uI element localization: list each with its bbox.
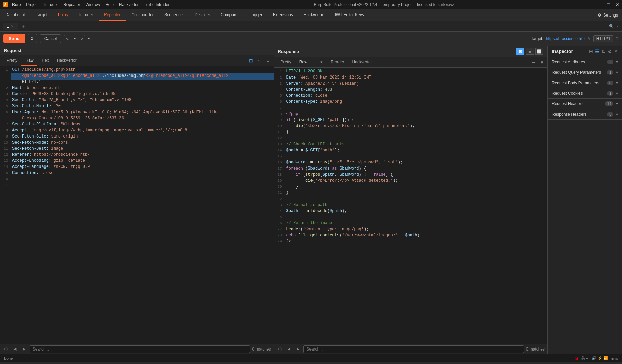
titlebar: S Burp Project Intruder Repeater Window … [0, 0, 622, 9]
nav-tab-collaborator[interactable]: Collaborator [126, 9, 159, 21]
code-line: 15 Connection: close [0, 171, 274, 177]
inspector-section-header-cookies[interactable]: Request Cookies 1 ▾ [548, 88, 622, 98]
repeater-tab-1[interactable]: 1 ✕ [3, 23, 18, 30]
maximize-button[interactable]: □ [607, 2, 610, 7]
request-tab-hackvertor[interactable]: Hackvertor [53, 55, 81, 66]
code-line: 1 HTTP/1.1 200 OK [274, 69, 548, 75]
response-search-next-icon[interactable]: ► [294, 346, 301, 352]
request-tab-raw[interactable]: Raw [21, 55, 37, 66]
request-menu-icon[interactable]: ≡ [265, 57, 271, 64]
inspector-section-header-request-attributes[interactable]: Request Attributes 2 ▾ [548, 57, 622, 67]
send-options-button[interactable]: ⚙ [28, 34, 37, 43]
prev-button[interactable]: < [64, 35, 71, 42]
menu-window[interactable]: Window [85, 2, 100, 7]
menu-turbo-intruder[interactable]: Turbo Intruder [144, 2, 170, 7]
chevron-down-icon: ▾ [616, 70, 618, 75]
minimize-button[interactable]: ─ [598, 2, 602, 7]
request-view-pretty-icon[interactable]: ⊞ [248, 57, 254, 64]
inspector-section-header-query-params[interactable]: Request Query Parameters 1 ▾ [548, 67, 622, 78]
close-button[interactable]: ✕ [615, 2, 619, 7]
send-button[interactable]: Send [3, 34, 25, 43]
nav-tab-target[interactable]: Target [31, 9, 53, 21]
nav-tab-extensions[interactable]: Extensions [268, 9, 298, 21]
tab-close-icon[interactable]: ✕ [11, 24, 14, 28]
response-tab-hex[interactable]: Hex [312, 57, 327, 67]
response-view-btn-1[interactable]: ⊞ [516, 48, 524, 55]
next-dropdown-button[interactable]: ▾ [86, 35, 92, 42]
response-menu-icon[interactable]: ≡ [539, 59, 545, 66]
nav-tab-logger[interactable]: Logger [244, 9, 268, 21]
titlebar-left: S Burp Project Intruder Repeater Window … [3, 2, 169, 7]
response-search-input[interactable] [303, 345, 524, 353]
inspector-section-response-headers: Response Headers 5 ▾ [548, 109, 622, 120]
request-search-prev-icon[interactable]: ◄ [11, 346, 19, 352]
help-icon[interactable]: ? [616, 36, 619, 41]
add-tab-button[interactable]: + [19, 22, 27, 30]
code-line: 3 Server: Apache/2.4.54 (Debian) [274, 81, 548, 87]
request-code-area[interactable]: 1 GET /includes/img.php?path= <@urlencod… [0, 66, 274, 344]
inspector-section-title: Response Headers [552, 112, 607, 117]
response-tab-raw[interactable]: Raw [295, 57, 312, 67]
nav-tab-jwt-editor[interactable]: JWT Editor Keys [329, 9, 370, 21]
inspector-list-icon[interactable]: ☰ [595, 49, 599, 54]
inspector-header-icons: ⊞ ☰ ⇅ ⚙ ✕ [589, 49, 618, 54]
nav-tab-repeater[interactable]: Repeater [99, 9, 126, 21]
nav-tab-dashboard[interactable]: Dashboard [0, 9, 31, 21]
inspector-panel: Inspector ⊞ ☰ ⇅ ⚙ ✕ Request Attributes 2… [548, 46, 622, 354]
request-tab-pretty[interactable]: Pretty [3, 55, 21, 66]
inspector-section-count: 0 [607, 81, 613, 85]
request-wrap-icon[interactable]: ↵ [256, 57, 263, 64]
response-view-btn-2[interactable]: ☰ [526, 48, 534, 55]
inspector-sort-icon[interactable]: ⇅ [601, 49, 605, 54]
nav-tab-sequencer[interactable]: Sequencer [159, 9, 189, 21]
request-tab-hex[interactable]: Hex [37, 55, 53, 66]
response-tab-hackvertor[interactable]: Hackvertor [348, 57, 376, 67]
menu-burp[interactable]: Burp [12, 2, 21, 7]
request-search-input[interactable] [30, 345, 250, 353]
code-line: 21 } [274, 190, 548, 196]
inspector-section-header-request-headers[interactable]: Request Headers 14 ▾ [548, 99, 622, 109]
response-tab-render[interactable]: Render [327, 57, 348, 67]
response-tab-pretty[interactable]: Pretty [277, 57, 295, 67]
inspector-section-header-response-headers[interactable]: Response Headers 5 ▾ [548, 109, 622, 119]
code-line: 1 GET /includes/img.php?path= [0, 67, 274, 73]
inspector-section-header-body-params[interactable]: Request Body Parameters 0 ▾ [548, 78, 622, 88]
target-url[interactable]: https://broscience.htb [546, 36, 585, 41]
edit-target-icon[interactable]: ✎ [587, 36, 591, 41]
chevron-down-icon: ▾ [616, 101, 618, 106]
request-search-bar: ⚙ ◄ ► 0 matches [0, 344, 274, 354]
response-search-prev-icon[interactable]: ◄ [286, 346, 293, 352]
http-version-badge[interactable]: HTTP/1 [593, 35, 613, 42]
menu-intruder[interactable]: Intruder [44, 2, 58, 7]
more-icon[interactable]: ⋮ [615, 24, 619, 29]
response-code-area[interactable]: 1 HTTP/1.1 200 OK 2 Date: Wed, 08 Mar 20… [274, 68, 548, 344]
code-line: 8 <?php [274, 112, 548, 118]
response-wrap-icon[interactable]: ↵ [531, 59, 537, 66]
nav-tab-decoder[interactable]: Decoder [189, 9, 215, 21]
history-nav: < ▾ > ▾ [64, 35, 92, 42]
nav-tab-comparer[interactable]: Comparer [215, 9, 244, 21]
settings-button[interactable]: ⚙ Settings [594, 9, 622, 21]
cancel-button[interactable]: Cancel [40, 34, 61, 43]
nav-tab-intruder[interactable]: Intruder [74, 9, 99, 21]
next-button[interactable]: > [79, 35, 85, 42]
inspector-close-icon[interactable]: ✕ [614, 49, 618, 54]
request-search-next-icon[interactable]: ► [21, 346, 28, 352]
code-line: Gecko) Chrome/108.0.5359.125 Safari/537.… [0, 116, 274, 122]
menu-project[interactable]: Project [26, 2, 38, 7]
window-controls: ─ □ ✕ [598, 2, 619, 7]
inspector-settings-icon[interactable]: ⚙ [607, 49, 612, 54]
menu-repeater[interactable]: Repeater [63, 2, 80, 7]
inspector-grid-icon[interactable]: ⊞ [589, 49, 593, 54]
system-tray: S 英 ♦ ↓ 🔊 ⚡ 📶 niilis [575, 356, 618, 361]
inspector-header: Inspector ⊞ ☰ ⇅ ⚙ ✕ [548, 46, 622, 57]
request-search-settings-icon[interactable]: ⚙ [3, 346, 9, 352]
menu-help[interactable]: Help [105, 2, 114, 7]
prev-dropdown-button[interactable]: ▾ [72, 35, 78, 42]
nav-tab-proxy[interactable]: Proxy [53, 9, 74, 21]
response-search-settings-icon[interactable]: ⚙ [277, 346, 283, 352]
nav-tab-hackvertor[interactable]: Hackvertor [298, 9, 329, 21]
menu-hackvertor[interactable]: Hackvertor [119, 2, 139, 7]
response-view-btn-3[interactable]: ⬜ [535, 48, 543, 55]
code-line: 16 $badwords = array("../", "/etc/passwd… [274, 160, 548, 166]
